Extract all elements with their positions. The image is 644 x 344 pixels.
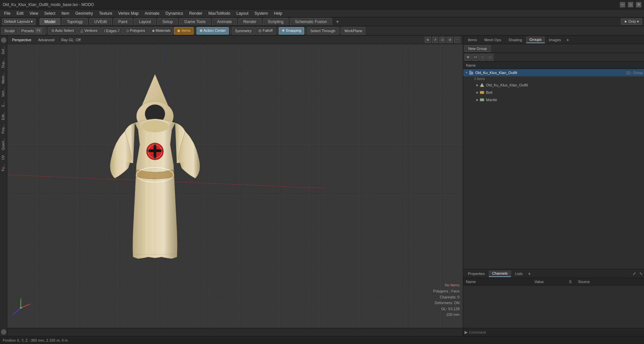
items-btn[interactable]: ◉ Items <box>174 27 194 35</box>
star-only-button[interactable]: ★ Only ▾ <box>621 18 642 25</box>
layout-tab-schematic-fusion[interactable]: Schematic Fusion <box>290 18 332 25</box>
panel-tab-mesh-ops[interactable]: Mesh Ops <box>481 37 504 43</box>
menu-item-view[interactable]: View <box>27 10 41 16</box>
sidebar-circle-1[interactable] <box>1 38 6 43</box>
window-controls[interactable]: ─ □ ✕ <box>620 2 641 7</box>
vp-icon-zoom[interactable]: ⊡ <box>439 37 445 43</box>
menu-item-render[interactable]: Render <box>186 10 205 16</box>
sidebar-tab-edit[interactable]: Edit... <box>0 110 7 122</box>
3d-model <box>105 71 205 262</box>
layout-tab-uvedit[interactable]: UVEdit <box>89 18 112 25</box>
title-bar: Old_Ku_Klux_Klan_Outfit_modo_base.lxo - … <box>0 0 644 9</box>
layout-tab-paint[interactable]: Paint <box>113 18 132 25</box>
bottom-panel: Properties Channels Lists + ⤢ ⤡ Name Val… <box>463 269 644 336</box>
bottom-tab-lists[interactable]: Lists <box>512 271 526 277</box>
layout-bar: Default Layouts ▾ ModelTopologyUVEditPai… <box>0 17 644 26</box>
panel-tab-images[interactable]: Images <box>546 37 565 43</box>
tree-group-root[interactable]: ▼ Old_Ku_Klux_Klan_Outfit (2) : Group <box>463 69 644 76</box>
bottom-expand-icon[interactable]: ⤢ <box>631 271 637 276</box>
command-input[interactable] <box>469 330 643 334</box>
edges-btn[interactable]: / Edges2 <box>101 27 122 35</box>
menu-item-help[interactable]: Help <box>271 10 285 16</box>
layout-tab-layout[interactable]: Layout <box>134 18 156 25</box>
maximize-button[interactable]: □ <box>628 2 633 7</box>
default-layouts-dropdown[interactable]: Default Layouts ▾ <box>2 18 36 25</box>
sculpt-btn[interactable]: Sculpt <box>1 27 18 35</box>
panel-tab-shading[interactable]: Shading <box>505 37 525 43</box>
layout-tab-animate[interactable]: Animate <box>212 18 237 25</box>
scene-area[interactable]: No Items Polygons : Face Channels: 0 Def… <box>7 44 463 328</box>
sidebar-tab-e[interactable]: E... <box>0 100 7 109</box>
new-group-button[interactable]: New Group <box>465 45 491 52</box>
sidebar-tab-quant[interactable]: Quant... <box>0 136 7 152</box>
tree-group-icon <box>469 70 474 75</box>
minimize-button[interactable]: ─ <box>620 2 625 7</box>
menu-item-select[interactable]: Select <box>42 10 58 16</box>
tree-item-outfit[interactable]: ▶ Old_Ku_Klux_Klan_Outfit <box>463 81 644 89</box>
perspective-tab[interactable]: Perspective <box>10 37 33 43</box>
bottom-tabs: Properties Channels Lists + ⤢ ⤡ <box>463 269 644 278</box>
menu-item-animate[interactable]: Animate <box>142 10 162 16</box>
items-box2-icon[interactable]: □ <box>487 54 493 61</box>
viewport[interactable]: Perspective Advanced Ray GL: Off ⊕ ↺ ⊡ ⚙… <box>7 36 463 336</box>
panel-tab-add[interactable]: + <box>565 37 571 43</box>
select-through-btn[interactable]: Select Through <box>307 27 338 35</box>
items-reload-icon[interactable]: ↩ <box>472 54 479 61</box>
menu-item-vertex-map[interactable]: Vertex Map <box>116 10 142 16</box>
presets-btn[interactable]: PresetsF6 <box>18 27 45 35</box>
layout-tab-setup[interactable]: Setup <box>157 18 178 25</box>
layout-tab-add[interactable]: + <box>334 19 341 25</box>
auto-select-btn[interactable]: ⊙ Auto Select <box>48 27 77 35</box>
sidebar-circle-2[interactable] <box>1 329 6 335</box>
panel-tab-groups[interactable]: Groups <box>526 37 545 43</box>
items-eye-icon[interactable]: 👁 <box>465 54 471 61</box>
items-box1-icon[interactable]: □ <box>479 54 486 61</box>
bottom-collapse-icon[interactable]: ⤡ <box>639 271 643 276</box>
menu-item-layout[interactable]: Layout <box>234 10 251 16</box>
window-title: Old_Ku_Klux_Klan_Outfit_modo_base.lxo - … <box>3 2 94 7</box>
falloff-btn[interactable]: ◎ Falloff <box>255 27 276 35</box>
tree-item-belt[interactable]: ▶ Belt <box>463 89 644 96</box>
layout-tab-model[interactable]: Model <box>40 18 61 25</box>
sidebar-tab-mesh[interactable]: Mesh... <box>0 71 7 86</box>
layout-tab-scripting[interactable]: Scripting <box>263 18 289 25</box>
vp-icon-target[interactable]: ⊕ <box>425 37 431 43</box>
vp-icon-settings[interactable]: ⚙ <box>447 37 453 43</box>
menu-item-file[interactable]: File <box>1 10 13 16</box>
symmetry-btn[interactable]: Symmetry <box>232 27 255 35</box>
menu-item-item[interactable]: Item <box>59 10 72 16</box>
sidebar-tab-def[interactable]: Def... <box>0 44 7 56</box>
polygons-btn[interactable]: ◇ Polygons <box>123 27 148 35</box>
bottom-tab-channels[interactable]: Channels <box>489 270 511 277</box>
menu-item-geometry[interactable]: Geometry <box>73 10 96 16</box>
layout-tab-topology[interactable]: Topology <box>62 18 88 25</box>
sidebar-tab-poly[interactable]: Poly... <box>0 123 7 136</box>
menu-item-edit[interactable]: Edit <box>14 10 26 16</box>
toolbar-separator <box>195 28 195 34</box>
bottom-tab-properties[interactable]: Properties <box>465 271 488 277</box>
sidebar-tab-dup[interactable]: Dup... <box>0 57 7 70</box>
vertices-btn[interactable]: △ Vertices <box>77 27 100 35</box>
ray-gl-tab[interactable]: Ray GL: Off <box>59 37 83 43</box>
layout-tab-game-tools[interactable]: Game Tools <box>179 18 211 25</box>
materials-btn[interactable]: ◈ Materials <box>149 27 174 35</box>
menu-item-maxtomodo[interactable]: MaxToModo <box>206 10 233 16</box>
advanced-tab[interactable]: Advanced <box>36 37 56 43</box>
menu-item-system[interactable]: System <box>252 10 271 16</box>
vp-icon-more[interactable]: ⋯ <box>454 37 460 43</box>
sidebar-tab-vert[interactable]: Vert... <box>0 86 7 99</box>
panel-tab-items[interactable]: Items <box>465 37 480 43</box>
sidebar-tab-uv[interactable]: UV <box>0 153 7 162</box>
tree-item-mantle[interactable]: ▶ Mantle <box>463 96 644 104</box>
workplane-btn[interactable]: WorkPlane <box>341 27 366 35</box>
tree-arrow-outfit: ▶ <box>475 83 479 87</box>
vp-icon-rotate[interactable]: ↺ <box>432 37 438 43</box>
action-center-btn[interactable]: ⊕ Action Center <box>197 27 229 35</box>
bottom-tab-add[interactable]: + <box>527 271 532 276</box>
menu-item-texture[interactable]: Texture <box>96 10 115 16</box>
menu-item-dynamics[interactable]: Dynamics <box>163 10 186 16</box>
sidebar-tab-fu[interactable]: Fu... <box>0 162 7 173</box>
layout-tab-render[interactable]: Render <box>238 18 261 25</box>
snapping-btn[interactable]: ❄ Snapping <box>279 27 305 35</box>
close-button[interactable]: ✕ <box>636 2 641 7</box>
